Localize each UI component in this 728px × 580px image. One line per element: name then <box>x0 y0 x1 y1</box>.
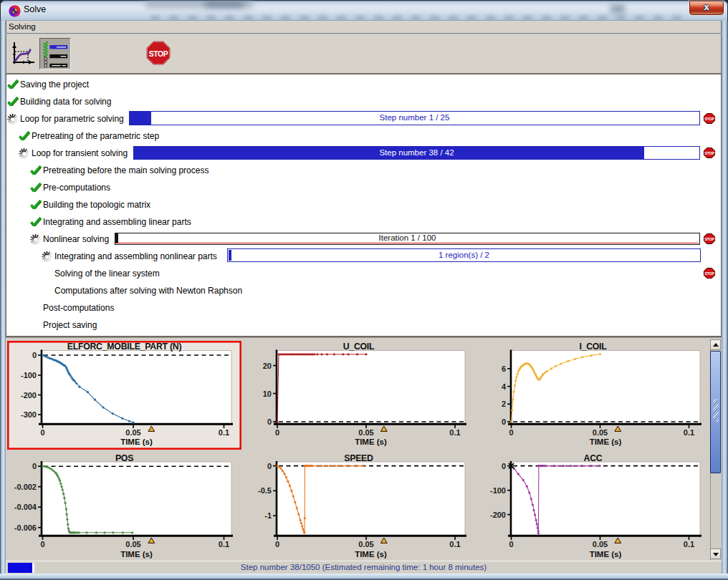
svg-text:0.1: 0.1 <box>219 428 229 437</box>
svg-text:-0.5: -0.5 <box>258 486 272 495</box>
svg-text:0: 0 <box>267 462 272 470</box>
svg-text:0: 0 <box>275 540 279 548</box>
svg-text:0: 0 <box>275 428 279 437</box>
svg-text:SPEED: SPEED <box>344 453 373 463</box>
svg-text:ELFORC_MOBILE_PART (N): ELFORC_MOBILE_PART (N) <box>67 342 182 352</box>
svg-text:0.05: 0.05 <box>593 428 608 437</box>
svg-text:6: 6 <box>502 364 506 373</box>
svg-text:2: 2 <box>502 400 506 408</box>
svg-text:0.05: 0.05 <box>358 540 373 548</box>
svg-text:0: 0 <box>509 540 513 548</box>
svg-text:TIME (s): TIME (s) <box>590 438 622 446</box>
svg-text:-1: -1 <box>264 511 272 520</box>
svg-text:0.05: 0.05 <box>358 428 373 437</box>
svg-text:0.1: 0.1 <box>219 540 229 548</box>
svg-text:0: 0 <box>32 351 37 359</box>
svg-text:0: 0 <box>40 428 44 437</box>
svg-text:I_COIL: I_COIL <box>579 342 607 352</box>
svg-text:STOP: STOP <box>149 49 168 58</box>
svg-text:TIME (s): TIME (s) <box>120 550 153 559</box>
svg-text:0.1: 0.1 <box>684 540 694 548</box>
svg-text:10: 10 <box>263 390 272 398</box>
svg-text:0: 0 <box>502 417 506 426</box>
svg-text:0: 0 <box>267 417 272 426</box>
svg-text:STOP: STOP <box>704 271 714 275</box>
svg-text:TIME (s): TIME (s) <box>355 438 387 446</box>
svg-text:4: 4 <box>502 382 507 391</box>
svg-text:-200: -200 <box>490 511 506 519</box>
svg-text:-200: -200 <box>21 391 37 400</box>
svg-text:-0.002: -0.002 <box>14 483 37 491</box>
svg-text:TIME (s): TIME (s) <box>355 550 387 559</box>
svg-text:-100: -100 <box>21 371 37 380</box>
svg-text:TIME (s): TIME (s) <box>590 550 622 559</box>
svg-text:TIME (s): TIME (s) <box>120 438 153 446</box>
svg-text:0: 0 <box>502 462 506 470</box>
svg-text:0: 0 <box>32 462 37 470</box>
svg-text:-0.006: -0.006 <box>14 523 37 532</box>
svg-text:20: 20 <box>263 362 272 370</box>
svg-text:U_COIL: U_COIL <box>343 342 375 352</box>
svg-text:-100: -100 <box>490 486 506 495</box>
svg-text:0.1: 0.1 <box>449 540 460 548</box>
svg-text:0.05: 0.05 <box>125 428 140 437</box>
svg-text:0.05: 0.05 <box>593 540 608 548</box>
svg-text:-0.004: -0.004 <box>14 503 37 511</box>
svg-text:ACC: ACC <box>584 453 603 463</box>
svg-text:0: 0 <box>40 540 44 548</box>
svg-text:STOP: STOP <box>704 116 714 120</box>
svg-text:-300: -300 <box>21 410 37 419</box>
svg-text:0.05: 0.05 <box>125 540 140 548</box>
svg-text:POS: POS <box>115 453 133 463</box>
svg-text:STOP: STOP <box>704 150 714 155</box>
svg-text:0.1: 0.1 <box>449 428 460 437</box>
svg-text:STOP: STOP <box>704 236 714 241</box>
svg-text:0.1: 0.1 <box>684 428 694 437</box>
svg-text:0: 0 <box>509 428 513 437</box>
